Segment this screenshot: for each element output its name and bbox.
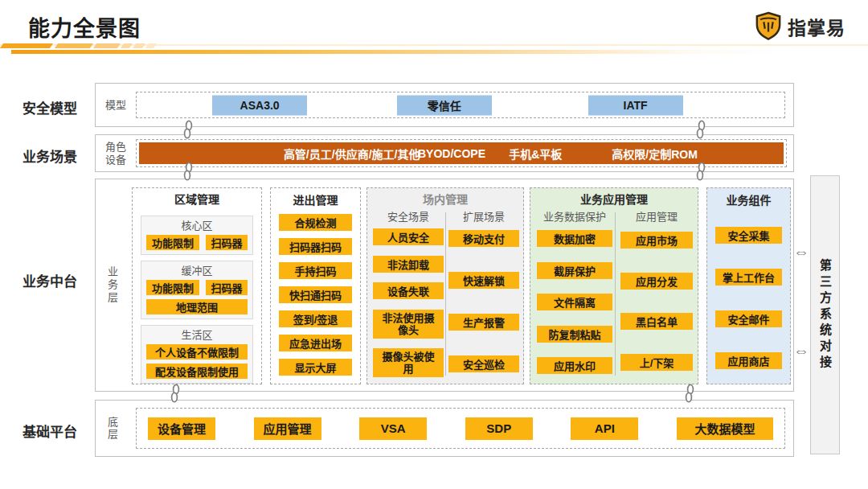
scenario-byod-cope: BYOD/COPE <box>418 147 485 160</box>
third-party-label: 第三方系统对接 <box>817 259 833 372</box>
platform-chip: VSA <box>359 417 427 440</box>
chain-link-icon <box>183 120 193 139</box>
capability-chip: 非法卸载 <box>373 256 444 273</box>
subcolumn-security-scenario: 安全场景 人员安全 非法卸载 设备失联 非法使用摄像头 摄像头被使用 <box>373 210 444 377</box>
zone-title: 核心区 <box>146 219 248 232</box>
chain-link-icon <box>183 162 193 181</box>
column-title: 进出管理 <box>279 192 352 209</box>
zone-group-living: 生活区 个人设备不做限制 配发设备限制使用 <box>141 325 253 384</box>
capability-chip: 扫码器 <box>206 280 248 295</box>
capability-chip: 扫码器 <box>206 235 248 250</box>
capability-chip: 应急进出场 <box>279 335 352 351</box>
subcolumn-data-protection: 业务数据保护 数据加密 截屏保护 文件隔离 防复制粘贴 应用水印 <box>537 210 612 377</box>
column-title: 业务应用管理 <box>530 191 698 208</box>
layer-label-model: 模型 <box>105 99 126 112</box>
capability-chip: 个人设备不做限制 <box>146 344 248 360</box>
capability-chip: 设备失联 <box>373 282 444 299</box>
chain-link-icon <box>696 162 706 181</box>
capability-chip: 生产报警 <box>448 314 519 331</box>
security-model-row: 模型 ASA3.0 零信任 IATF <box>95 83 794 127</box>
scenario-phone-tablet: 手机&平板 <box>509 146 562 162</box>
subcolumn-app-management: 应用管理 应用市场 应用分发 黑白名单 上/下架 <box>620 210 693 377</box>
shield-logo-icon <box>755 11 782 41</box>
row-label-base-platform: 基础平台 <box>23 421 95 441</box>
capability-chip: 掌上工作台 <box>715 269 782 286</box>
capability-chip: 功能限制 <box>146 235 199 250</box>
layer-label-bottom: 底层 <box>105 417 118 441</box>
capability-chip: 非法使用摄像头 <box>373 310 444 339</box>
capability-chip: 人员安全 <box>373 228 444 245</box>
base-platform-box: 设备管理 应用管理 VSA SDP API 大数据模型 <box>136 408 785 449</box>
row-label-middle-platform: 业务中台 <box>23 270 95 290</box>
capability-chip: 安全采集 <box>715 227 782 244</box>
capability-chip: 黑白名单 <box>620 313 693 330</box>
divider <box>615 212 616 376</box>
security-model-box: ASA3.0 零信任 IATF <box>136 92 785 118</box>
row-label-security-model: 安全模型 <box>23 97 95 117</box>
page-title: 能力全景图 <box>28 11 141 43</box>
capability-chip: 应用水印 <box>537 357 612 374</box>
capability-chip: 文件隔离 <box>537 294 612 310</box>
capability-chip: 扫码器扫码 <box>279 238 352 255</box>
row-label-business-scenario: 业务场景 <box>23 146 95 166</box>
model-chip-iatf: IATF <box>588 95 683 115</box>
chain-link-icon <box>170 384 180 403</box>
model-chip-asa: ASA3.0 <box>212 95 307 115</box>
scenario-roles: 高管/员工/供应商/施工/其他 <box>284 146 420 162</box>
capability-chip: 摄像头被使用 <box>373 348 444 377</box>
business-scenario-box: 高管/员工/供应商/施工/其他 BYOD/COPE 手机&平板 高权限/定制RO… <box>136 139 787 167</box>
middle-platform-row: 业务层 区域管理 核心区 功能限制 扫码器 缓冲区 功能限制 扫码器 <box>95 179 794 392</box>
column-area-management: 区域管理 核心区 功能限制 扫码器 缓冲区 功能限制 扫码器 地理范围 <box>132 187 262 384</box>
capability-chip: 签到/签退 <box>279 310 352 327</box>
capability-chip: 安全邮件 <box>715 310 782 327</box>
column-title: 业务组件 <box>715 192 782 209</box>
column-entry-exit-management: 进出管理 合规检测 扫码器扫码 手持扫码 快扫通扫码 签到/签退 应急进出场 显… <box>270 187 361 384</box>
capability-chip: 应用市场 <box>620 232 693 249</box>
column-business-app-management: 业务应用管理 业务数据保护 数据加密 截屏保护 文件隔离 防复制粘贴 应用水印 … <box>530 187 698 384</box>
chain-link-icon <box>685 384 694 403</box>
capability-chip: 数据加密 <box>537 230 612 247</box>
model-chip-zero-trust: 零信任 <box>397 95 492 115</box>
layer-label-business: 业务层 <box>105 266 118 305</box>
slide-canvas: 能力全景图 指掌易 安全模型 业务场景 业务中台 基础平台 模型 ASA3.0 … <box>0 0 868 489</box>
subcolumn-title: 安全场景 <box>373 210 444 224</box>
brand-name: 指掌易 <box>788 13 845 40</box>
third-party-bar: 第三方系统对接 <box>810 175 840 454</box>
zone-group-buffer: 缓冲区 功能限制 扫码器 地理范围 <box>141 261 253 319</box>
platform-chip: 设备管理 <box>148 417 215 440</box>
platform-chip: SDP <box>465 417 533 440</box>
capability-chip: 地理范围 <box>146 299 248 314</box>
divider <box>445 212 446 376</box>
capability-chip: 快扫通扫码 <box>279 286 352 303</box>
column-onsite-management: 场内管理 安全场景 人员安全 非法卸载 设备失联 非法使用摄像头 摄像头被使用 … <box>366 187 524 384</box>
layer-label-role-device: 角色 设备 <box>105 141 126 166</box>
link-arrow-icon: ⇔ <box>793 343 809 359</box>
decorative-stripe <box>0 43 868 56</box>
capability-chip: 移动支付 <box>448 230 519 247</box>
capability-chip: 应用商店 <box>715 352 782 369</box>
subcolumn-title: 扩展场景 <box>448 210 519 224</box>
zone-group-core: 核心区 功能限制 扫码器 <box>141 216 253 255</box>
subcolumn-title: 应用管理 <box>620 210 693 224</box>
scenario-bar: 高管/员工/供应商/施工/其他 BYOD/COPE 手机&平板 高权限/定制RO… <box>139 142 784 164</box>
capability-chip: 合规检测 <box>279 214 352 231</box>
capability-chip: 快速解锁 <box>448 272 519 289</box>
capability-chip: 功能限制 <box>146 280 199 295</box>
chain-link-icon <box>696 120 706 139</box>
subcolumn-title: 业务数据保护 <box>537 210 612 224</box>
capability-chip: 防复制粘贴 <box>537 326 612 343</box>
link-arrow-icon: ⇔ <box>793 244 809 260</box>
capability-chip: 手持扫码 <box>279 262 352 279</box>
capability-chip: 安全巡检 <box>448 355 519 372</box>
subcolumn-extended-scenario: 扩展场景 移动支付 快速解锁 生产报警 安全巡检 <box>448 210 519 377</box>
base-platform-row: 底层 设备管理 应用管理 VSA SDP API 大数据模型 <box>95 400 794 457</box>
column-title: 场内管理 <box>367 191 523 208</box>
scenario-rom: 高权限/定制ROM <box>612 146 698 162</box>
platform-chip: 应用管理 <box>254 417 321 440</box>
capability-chip: 上/下架 <box>620 354 693 371</box>
zone-title: 生活区 <box>146 328 248 342</box>
capability-chip: 应用分发 <box>620 273 693 290</box>
column-business-components: 业务组件 安全采集 掌上工作台 安全邮件 应用商店 <box>706 187 791 384</box>
platform-chip: 大数据模型 <box>677 417 773 440</box>
platform-chip: API <box>571 417 638 440</box>
